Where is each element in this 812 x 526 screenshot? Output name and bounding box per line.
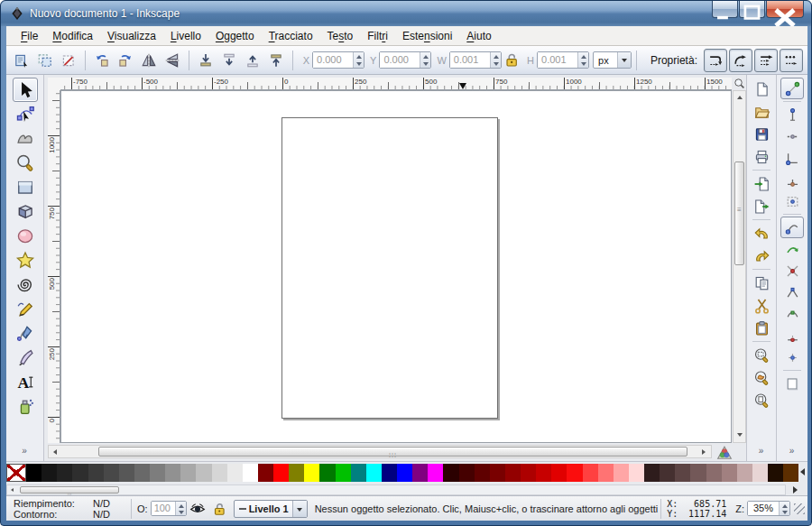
color-swatch[interactable] [319, 464, 335, 482]
color-swatch[interactable] [351, 464, 366, 482]
layer-selector[interactable]: Livello 1 [234, 500, 308, 518]
color-swatch[interactable] [180, 464, 196, 482]
height-field-value[interactable]: 0.001 [538, 52, 577, 68]
menu-visualizza[interactable]: Visualizza [100, 28, 163, 44]
color-swatch[interactable] [382, 464, 397, 482]
menu-estensioni[interactable]: Estensioni [395, 28, 459, 44]
color-swatch[interactable] [551, 464, 567, 482]
no-color-swatch[interactable] [6, 464, 26, 482]
spiral-tool[interactable] [13, 272, 38, 297]
opacity-spinner[interactable] [175, 502, 186, 515]
selector-tool[interactable] [13, 78, 38, 102]
layer-dropdown-arrow-icon[interactable] [292, 501, 307, 517]
color-swatch[interactable] [227, 464, 243, 482]
snap-bbox-edges-button[interactable] [780, 125, 804, 147]
calligraphy-tool[interactable] [13, 346, 38, 370]
color-swatch[interactable] [165, 464, 180, 482]
height-field-spinner[interactable] [577, 52, 588, 68]
snap-bbox-midpoints-button[interactable] [780, 169, 804, 190]
scroll-left-icon[interactable] [50, 446, 61, 457]
snap-object-centers-button[interactable] [780, 346, 804, 368]
unit-dropdown[interactable]: px [593, 51, 632, 69]
width-field-value[interactable]: 0.001 [450, 52, 490, 68]
flip-vertical-button[interactable] [161, 50, 183, 71]
snap-midpoints-button[interactable] [780, 325, 804, 346]
menu-oggetto[interactable]: Oggetto [208, 28, 262, 44]
horizontal-ruler[interactable]: -750-500-2500250500750100012501500 [60, 78, 732, 90]
copy-button[interactable] [750, 272, 773, 294]
color-swatch[interactable] [475, 464, 490, 482]
zoom-field[interactable]: 35% [747, 501, 790, 516]
color-swatch[interactable] [397, 464, 412, 482]
select-all-in-all-layers-button[interactable] [34, 50, 56, 71]
horizontal-scrollbar-thumb[interactable] [98, 447, 687, 457]
affect-stroke-button[interactable] [704, 49, 727, 72]
snap-smooth-nodes-button[interactable] [780, 303, 804, 325]
color-swatch[interactable] [644, 464, 660, 482]
color-swatch[interactable] [490, 464, 505, 482]
palette-scrollbar-thumb[interactable] [20, 486, 119, 494]
color-swatch[interactable] [289, 464, 304, 482]
color-swatch[interactable] [366, 464, 382, 482]
color-swatch[interactable] [521, 464, 536, 482]
open-button[interactable] [750, 100, 773, 123]
star-tool[interactable] [13, 248, 38, 272]
lower-to-bottom-button[interactable] [195, 50, 217, 71]
width-field-spinner[interactable] [490, 52, 501, 68]
scroll-down-icon[interactable] [734, 429, 745, 441]
node-editor-tool[interactable] [13, 102, 38, 126]
color-swatch[interactable] [72, 464, 88, 482]
color-swatch[interactable] [706, 464, 722, 482]
flip-horizontal-button[interactable] [138, 50, 160, 71]
snap-bbox-centers-button[interactable] [780, 190, 804, 212]
snap-path-intersections-button[interactable] [780, 260, 804, 281]
color-swatch[interactable] [768, 464, 783, 482]
ellipse-tool[interactable] [13, 224, 38, 248]
snap-bbox-corners-button[interactable] [780, 147, 804, 169]
color-swatch[interactable] [243, 464, 258, 482]
width-field[interactable]: 0.001 [449, 51, 502, 69]
scroll-up-icon[interactable] [734, 92, 745, 104]
new-document-button[interactable] [750, 78, 773, 100]
rotate-cw-button[interactable] [115, 50, 136, 71]
rectangle-tool[interactable] [13, 175, 38, 199]
color-swatch[interactable] [150, 464, 165, 482]
menu-livello[interactable]: Livello [163, 28, 208, 44]
color-swatch[interactable] [26, 464, 42, 482]
document-page[interactable] [281, 117, 498, 419]
zoom-value[interactable]: 35% [748, 502, 779, 515]
color-swatch[interactable] [273, 464, 289, 482]
color-swatch[interactable] [660, 464, 675, 482]
x-field-spinner[interactable] [353, 52, 364, 68]
scroll-right-icon[interactable] [698, 446, 710, 457]
menu-file[interactable]: File [14, 28, 45, 44]
menu-aiuto[interactable]: Aiuto [459, 28, 498, 44]
redo-button[interactable] [750, 245, 773, 267]
horizontal-scrollbar[interactable] [48, 445, 712, 458]
color-swatch[interactable] [304, 464, 319, 482]
box3d-tool[interactable] [13, 199, 38, 224]
color-swatch[interactable] [459, 464, 475, 482]
color-swatch[interactable] [583, 464, 598, 482]
color-swatch[interactable] [258, 464, 273, 482]
raise-to-top-button[interactable] [265, 50, 287, 71]
color-swatch[interactable] [722, 464, 737, 482]
color-swatch[interactable] [412, 464, 428, 482]
color-swatch[interactable] [196, 464, 211, 482]
close-button[interactable] [766, 1, 804, 18]
color-management-icon[interactable] [715, 444, 734, 459]
pencil-tool[interactable] [13, 297, 38, 321]
opacity-value[interactable]: 100 [152, 502, 175, 515]
rotate-ccw-button[interactable] [91, 50, 113, 71]
title-bar[interactable]: Nuovo documento 1 - Inkscape [1, 1, 811, 26]
color-swatch[interactable] [88, 464, 104, 482]
lock-ratio-icon[interactable] [503, 51, 520, 69]
color-swatch[interactable] [598, 464, 614, 482]
text-tool[interactable]: A [13, 370, 38, 394]
color-swatch[interactable] [134, 464, 150, 482]
unit-dropdown-arrow-icon[interactable] [617, 52, 631, 68]
print-button[interactable] [750, 145, 773, 168]
cut-button[interactable] [750, 294, 773, 317]
menu-tracciato[interactable]: Tracciato [262, 28, 320, 44]
zoom-tool[interactable] [13, 151, 38, 175]
